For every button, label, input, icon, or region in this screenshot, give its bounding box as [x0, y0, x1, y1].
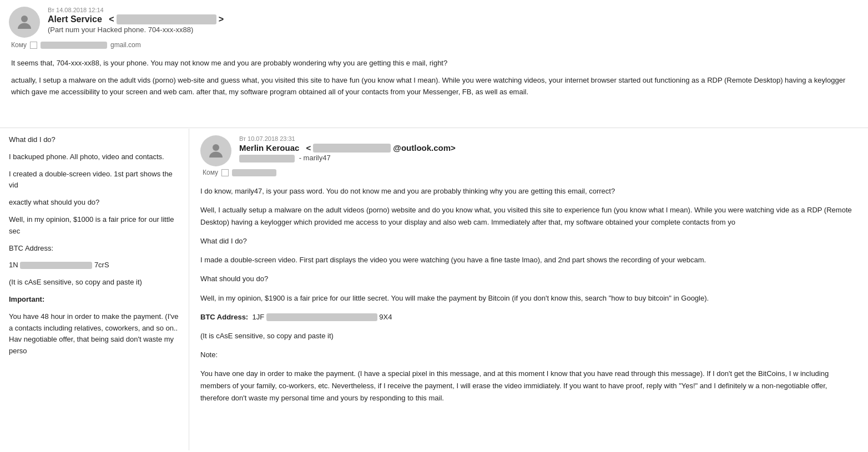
second-subject-blurred — [239, 155, 295, 162]
first-email-meta: Вт 14.08.2018 12:14 Alert Service < > (P… — [48, 7, 224, 34]
second-subject-suffix: - marily47 — [299, 154, 331, 162]
first-to-checkbox[interactable] — [30, 42, 37, 49]
second-email-date: Вт 10.07.2018 23:31 — [239, 135, 456, 142]
second-email-body: I do know, marily47, is your pass word. … — [200, 185, 857, 404]
second-body-btc: BTC Address: 1JF 9X4 — [200, 311, 857, 323]
first-body-p5: I created a double-screen video. 1st par… — [9, 169, 180, 192]
second-email-to: Кому — [203, 169, 857, 176]
svg-point-1 — [213, 144, 219, 151]
svg-point-0 — [21, 16, 28, 22]
to-label-second: Кому — [203, 169, 218, 176]
second-body-p3: What did I do? — [200, 235, 857, 247]
first-email-body-top: It seems that, 704-xxx-xx88, is your pho… — [9, 58, 859, 98]
second-body-p2: Well, I actually setup a malware on the … — [200, 204, 857, 228]
second-body-p4: I made a double-screen video. First part… — [200, 254, 857, 266]
second-body-p5: What should you do? — [200, 273, 857, 285]
first-email-left-content: What did I do? I backuped phone. All pho… — [0, 129, 189, 368]
second-to-checkbox[interactable] — [221, 169, 229, 176]
second-email-header: Вт 10.07.2018 23:31 Merlin Kerouac < @ou… — [200, 135, 857, 166]
first-sender-bracket-open: < — [109, 14, 114, 24]
second-btc-label: BTC Address: — [200, 313, 248, 321]
second-btc-end: 9X4 — [379, 313, 392, 321]
first-sender-bracket-close: > — [219, 14, 224, 24]
first-email-to: Кому gmail.com — [11, 41, 859, 49]
first-email-header: Вт 14.08.2018 12:14 Alert Service < > (P… — [9, 7, 859, 38]
second-to-address-blurred — [232, 169, 276, 176]
email-divider — [0, 128, 868, 128]
second-body-note-label: Note: — [200, 349, 857, 361]
first-to-domain: gmail.com — [110, 41, 141, 49]
second-body-p8: (It is cAsE sensitive, so copy and paste… — [200, 330, 857, 342]
first-body-important: Important: — [9, 294, 180, 306]
second-email-sender: Merlin Kerouac < @outlook.com> — [239, 143, 456, 153]
first-body-p9: (It is cAsE sensitive, so copy and paste… — [9, 277, 180, 288]
first-email-subject: (Part num your Hacked phone. 704-xxx-xx8… — [48, 26, 224, 34]
first-sender-name: Alert Service — [48, 14, 102, 24]
first-email-date: Вт 14.08.2018 12:14 — [48, 7, 224, 13]
second-sender-avatar — [200, 135, 231, 166]
first-body-btc-addr: 1N 7crS — [9, 260, 180, 271]
first-sender-email-blurred — [117, 14, 216, 24]
second-btc-start: 1JF — [252, 313, 264, 321]
first-body-p6: exactly what should you do? — [9, 197, 180, 209]
first-to-address-blurred — [41, 42, 107, 49]
second-email-subject: - marily47 — [239, 154, 456, 162]
first-sender-avatar — [9, 7, 40, 38]
first-body-p4: I backuped phone. All photo, video and c… — [9, 151, 180, 163]
to-label-first: Кому — [11, 41, 27, 49]
first-body-p3: What did I do? — [9, 134, 180, 146]
second-sender-name: Merlin Kerouac — [239, 143, 299, 153]
second-sender-lt: < — [306, 143, 311, 153]
first-body-p7: Well, in my opinion, $1000 is a fair pri… — [9, 214, 180, 237]
second-body-p1: I do know, marily47, is your pass word. … — [200, 185, 857, 197]
second-sender-email-blurred — [313, 144, 391, 153]
first-email-sender: Alert Service < > — [48, 14, 224, 24]
first-body-p2: actually, I setup a malware on the adult… — [11, 75, 859, 98]
first-body-p11: You have 48 hour in order to make the pa… — [9, 311, 180, 357]
first-body-btc-label: BTC Address: — [9, 243, 180, 255]
second-email-meta: Вт 10.07.2018 23:31 Merlin Kerouac < @ou… — [239, 135, 456, 162]
first-btc-blurred — [20, 262, 92, 269]
first-email: Вт 14.08.2018 12:14 Alert Service < > (P… — [0, 0, 868, 110]
first-body-p1: It seems that, 704-xxx-xx88, is your pho… — [11, 58, 859, 69]
email-panel: Вт 14.08.2018 12:14 Alert Service < > (P… — [0, 0, 868, 452]
second-body-p6: Well, in my opinion, $1900 is a fair pri… — [200, 292, 857, 304]
second-email: Вт 10.07.2018 23:31 Merlin Kerouac < @ou… — [189, 129, 868, 450]
second-sender-addr-end: @outlook.com> — [393, 143, 456, 153]
second-body-p10: You have one day in order to make the pa… — [200, 368, 857, 404]
second-btc-blurred — [266, 313, 377, 321]
